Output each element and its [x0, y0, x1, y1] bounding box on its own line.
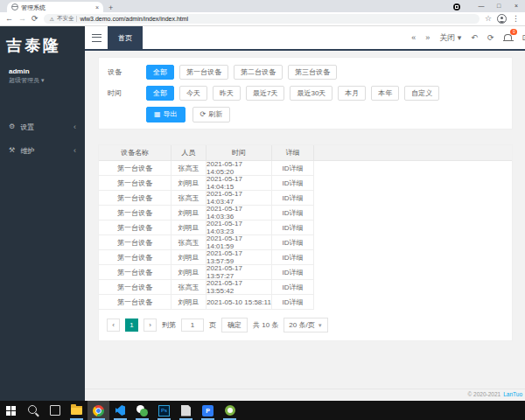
record-icon[interactable]	[453, 4, 460, 10]
chevron-left-icon: ‹	[74, 123, 76, 131]
minimize-button[interactable]: —	[472, 0, 490, 10]
goto-page-input[interactable]	[181, 318, 204, 332]
tab-close-icon[interactable]: ×	[95, 4, 99, 10]
address-bar[interactable]: ⚠ 不安全 wlw3.demo.com/admin/index/index.ht…	[44, 14, 480, 24]
close-tabs-dropdown[interactable]: 关闭 ▾	[439, 34, 461, 42]
filter-option-button[interactable]: 全部	[146, 65, 174, 80]
refresh-page-icon[interactable]: ⟳	[487, 34, 494, 42]
refresh-button[interactable]: ⟳ 刷新	[192, 107, 231, 122]
wrench-icon: ⚒	[9, 147, 15, 154]
p-app-icon[interactable]: P	[197, 401, 219, 420]
profile-avatar-icon[interactable]	[497, 14, 507, 24]
chrome-icon[interactable]	[88, 401, 109, 420]
detail-link[interactable]: ID详细	[272, 161, 314, 176]
screen: 管理系统 × + — □ × ← → ⟳ ⚠ 不安全 wlw3.demo.com…	[0, 0, 525, 420]
filter-option-button[interactable]: 本月	[338, 86, 366, 101]
person-cell: 刘明旦	[172, 176, 206, 191]
table-row: 第一台设备 刘明旦 2021-05-17 13:57:27 ID详细	[99, 265, 315, 280]
sidebar-menu-item[interactable]: ⚙ 设置 ‹	[0, 116, 85, 139]
task-view-icon[interactable]	[44, 401, 66, 420]
browser-tab[interactable]: 管理系统 ×	[7, 2, 103, 12]
scroll-right-icon[interactable]: »	[425, 34, 430, 42]
time-cell: 2021-05-17 13:57:59	[206, 250, 272, 265]
taskbar-glyph	[93, 405, 104, 416]
device-name-cell: 第一台设备	[99, 250, 172, 265]
table-row: 第一台设备 张高玉 2021-05-17 13:55:42 ID详细	[99, 280, 315, 295]
back-icon[interactable]: ←	[5, 15, 13, 23]
browser-menu-icon[interactable]: ⋮	[512, 15, 520, 23]
reload-icon[interactable]: ⟳	[32, 15, 38, 23]
detail-link[interactable]: ID详细	[272, 220, 314, 235]
maximize-button[interactable]: □	[490, 0, 508, 10]
time-cell: 2021-05-17 13:57:27	[206, 265, 272, 280]
role-dropdown[interactable]: 超级管理员 ▾	[9, 76, 85, 86]
refresh-label: 刷新	[208, 111, 222, 118]
detail-link[interactable]: ID详细	[272, 280, 314, 295]
start-icon[interactable]	[0, 401, 22, 420]
notification-bell-icon[interactable]: 0	[503, 33, 512, 42]
chevron-down-icon: ▼	[318, 323, 323, 328]
person-cell: 刘明旦	[172, 220, 206, 235]
page-size-select[interactable]: 20 条/页 ▼	[284, 318, 327, 332]
time-filter-row: 时间 全部 今天 昨天 最近7天 最近30天 本月 本年 自定义	[108, 86, 503, 101]
filter-option-button[interactable]: 全部	[146, 86, 174, 101]
green-app-icon[interactable]	[219, 401, 241, 420]
sidebar-menu-label: 设置	[20, 122, 34, 132]
user-block: admin 超级管理员 ▾	[0, 63, 85, 86]
filter-option-button[interactable]: 第三台设备	[288, 65, 337, 80]
browser-tab-strip: 管理系统 × + — □ ×	[0, 0, 525, 12]
taskbar-glyph	[71, 406, 82, 415]
detail-link[interactable]: ID详细	[272, 235, 314, 250]
notes-icon[interactable]	[175, 401, 197, 420]
goto-confirm-button[interactable]: 确定	[221, 318, 248, 332]
prev-page-button[interactable]: ‹	[107, 318, 120, 332]
detail-link[interactable]: ID详细	[272, 250, 314, 265]
next-page-button[interactable]: ›	[144, 318, 157, 332]
current-page-button[interactable]: 1	[125, 318, 138, 332]
app-footer: © 2020-2021 LanTuo	[85, 388, 525, 401]
detail-link[interactable]: ID详细	[272, 295, 314, 310]
filter-option-button[interactable]: 本年	[371, 86, 399, 101]
globe-favicon-icon	[11, 4, 18, 10]
detail-link[interactable]: ID详细	[272, 265, 314, 280]
filter-option-button[interactable]: 昨天	[213, 86, 241, 101]
filter-option-button[interactable]: 第二台设备	[234, 65, 283, 80]
sidebar-menu-item[interactable]: ⚒ 维护 ‹	[0, 139, 85, 163]
table-row: 第一台设备 张高玉 2021-05-17 14:01:59 ID详细	[99, 235, 315, 250]
goto-label: 到第	[162, 320, 176, 330]
file-explorer-icon[interactable]	[66, 401, 88, 420]
filter-option-button[interactable]: 今天	[179, 86, 207, 101]
vscode-icon[interactable]	[109, 401, 131, 420]
tab-home[interactable]: 首页	[108, 26, 143, 49]
table-card: 设备名称 人员 时间 详细 第一台设备 张高玉 2021-05-17 14:05…	[98, 144, 513, 341]
undo-icon[interactable]: ↶	[471, 34, 478, 42]
refresh-icon: ⟳	[200, 111, 206, 118]
search-icon[interactable]	[22, 401, 44, 420]
filter-actions-row: ▦ 导出 ⟳ 刷新	[108, 107, 503, 122]
gear-icon: ⚙	[9, 123, 15, 130]
filter-option-button[interactable]: 最近7天	[246, 86, 284, 101]
bookmark-star-icon[interactable]: ☆	[485, 15, 492, 23]
device-options: 全部 第一台设备 第二台设备 第三台设备	[146, 65, 337, 80]
export-button[interactable]: ▦ 导出	[146, 107, 186, 122]
filter-option-button[interactable]: 自定义	[404, 86, 439, 101]
filter-option-button[interactable]: 最近30天	[290, 86, 332, 101]
person-cell: 张高玉	[172, 161, 206, 176]
photoshop-icon[interactable]: Ps	[153, 401, 175, 420]
detail-link[interactable]: ID详细	[272, 206, 314, 220]
close-window-button[interactable]: ×	[508, 0, 525, 10]
sidebar: 吉泰隆 admin 超级管理员 ▾ ⚙ 设置 ‹ ⚒ 维护 ‹	[0, 26, 85, 401]
filter-card: 设备 全部 第一台设备 第二台设备 第三台设备 时间 全部 今天 昨天 最近7天…	[98, 57, 513, 130]
new-tab-button[interactable]: +	[108, 4, 113, 12]
filter-option-button[interactable]: 第一台设备	[179, 65, 228, 80]
chat-app-icon[interactable]	[131, 401, 153, 420]
header-detail: 详细	[272, 145, 314, 160]
detail-link[interactable]: ID详细	[272, 176, 314, 191]
brand-link[interactable]: LanTuo	[503, 392, 522, 398]
taskbar-glyph	[181, 405, 191, 416]
fullscreen-icon[interactable]: ⊡	[522, 33, 525, 42]
forward-icon[interactable]: →	[18, 15, 26, 23]
detail-link[interactable]: ID详细	[272, 191, 314, 206]
sidebar-toggle-button[interactable]	[85, 26, 108, 49]
scroll-left-icon[interactable]: «	[411, 34, 416, 42]
